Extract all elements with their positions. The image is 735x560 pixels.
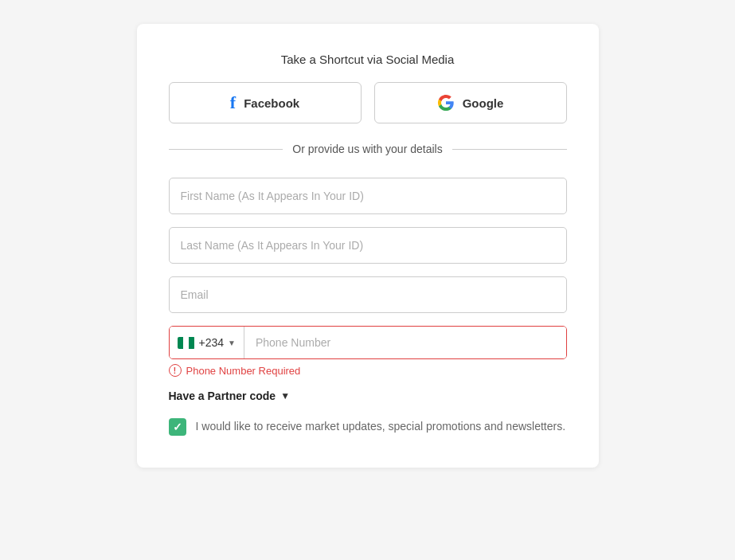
email-input[interactable] [169,276,567,313]
google-label: Google [463,96,504,110]
phone-error-text: Phone Number Required [186,365,301,377]
phone-field-wrapper: +234 ▼ [169,326,567,359]
phone-group: +234 ▼ ! Phone Number Required [169,326,567,377]
facebook-icon: f [230,92,236,113]
facebook-label: Facebook [244,96,299,110]
phone-dropdown-arrow: ▼ [228,339,236,347]
social-buttons-row: f Facebook Google [169,82,567,123]
checkmark-icon: ✓ [173,421,182,433]
divider-line-left [169,149,283,150]
facebook-button[interactable]: f Facebook [169,82,362,123]
newsletter-row: ✓ I would like to receive market updates… [169,418,567,436]
divider: Or provide us with your details [169,143,567,155]
last-name-input[interactable] [169,227,567,264]
divider-text: Or provide us with your details [292,143,442,155]
first-name-input[interactable] [169,178,567,214]
newsletter-checkbox[interactable]: ✓ [169,418,186,436]
newsletter-text: I would like to receive market updates, … [196,420,566,433]
social-title: Take a Shortcut via Social Media [169,53,567,66]
error-triangle-icon: ! [169,364,182,377]
partner-dropdown-arrow: ▼ [280,390,290,401]
newsletter-label: I would like to receive market updates, … [196,418,566,435]
google-button[interactable]: Google [374,82,567,123]
phone-number-input[interactable] [244,327,566,358]
partner-code-label: Have a Partner code [169,390,276,402]
nigeria-flag [178,337,195,349]
divider-line-right [452,149,567,150]
last-name-group [169,227,567,264]
registration-card: Take a Shortcut via Social Media f Faceb… [137,24,599,468]
first-name-group [169,178,567,214]
phone-code: +234 [199,336,225,349]
phone-error-message: ! Phone Number Required [169,364,567,377]
google-icon [437,94,455,112]
partner-code-toggle[interactable]: Have a Partner code ▼ [169,390,567,402]
phone-country-selector[interactable]: +234 ▼ [170,327,244,358]
email-group [169,276,567,313]
